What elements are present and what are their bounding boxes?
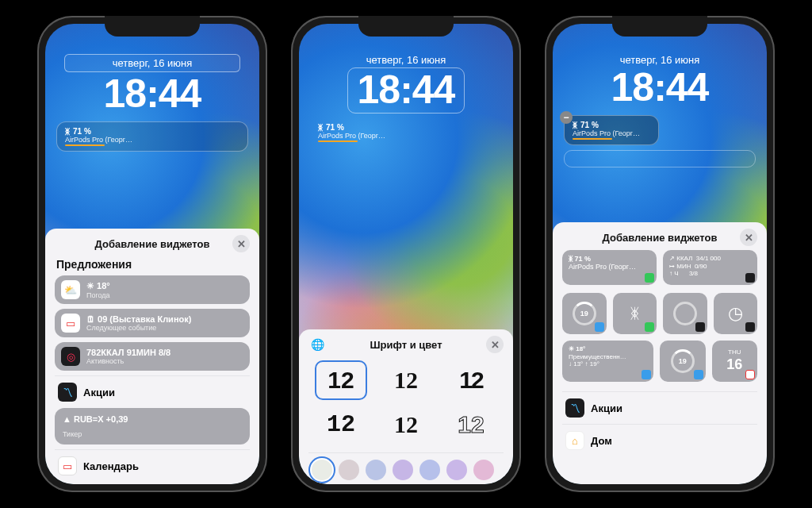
lock-header: четверг, 16 июня 18:44: [553, 24, 767, 110]
phone-2: четверг, 16 июня 18:44 ᛤ 71 % AirPods Pr…: [291, 16, 521, 492]
color-option-4[interactable]: [393, 460, 413, 480]
stocks-section[interactable]: 〽︎ Акции: [562, 391, 757, 424]
color-option-6[interactable]: [446, 460, 467, 480]
widget-tile-activity-ring[interactable]: [663, 293, 707, 334]
suggestion-subtitle: Следующее событие: [86, 324, 191, 332]
font-option-4[interactable]: 12: [315, 405, 367, 444]
battery-device: AirPods Pro (Георг…: [573, 129, 650, 137]
lock-header: четверг, 16 июня 18:44: [299, 24, 513, 114]
widget-row-1: ᛤ 71 % AirPods Pro (Георг… ↗ ККАЛ 34/1 0…: [562, 250, 757, 285]
suggestion-title: ☀︎ 18°: [86, 281, 110, 291]
battery-widget-slot: ᛤ 71 % AirPods Pro (Георг…: [310, 118, 502, 147]
widget-tile-clock[interactable]: ◷: [714, 293, 758, 334]
widget-tile-battery[interactable]: ᛤ 71 % AirPods Pro (Георг…: [562, 250, 657, 285]
font-option-6[interactable]: 12: [445, 405, 497, 444]
phone-3: четверг, 16 июня 18:44 − ᛤ 71 % AirPods …: [545, 16, 775, 492]
lock-header: четверг, 16 июня 18:44: [45, 24, 259, 117]
badge-calendar-icon: [745, 370, 755, 379]
airpods-icon: ᛤ: [318, 123, 323, 132]
remove-widget-icon[interactable]: −: [560, 111, 573, 124]
calendar-app-icon: ▭: [58, 456, 77, 475]
battery-device: AirPods Pro (Георг…: [65, 136, 239, 144]
badge-clock-icon: [745, 322, 755, 332]
color-option-5[interactable]: [419, 460, 440, 480]
battery-device: AirPods Pro (Георг…: [318, 132, 494, 140]
sheet-title: Шрифт и цвет: [370, 339, 442, 351]
suggestion-weather[interactable]: ⛅ ☀︎ 18° Погода: [55, 275, 250, 304]
battery-bar: [318, 140, 358, 142]
battery-percent: 71 %: [73, 127, 91, 136]
battery-widget-slot[interactable]: ᛤ 71 % AirPods Pro (Георг…: [56, 121, 248, 152]
color-option-2[interactable]: [339, 460, 359, 480]
suggestion-title: 🗓 09 (Выставка Клинок): [86, 314, 191, 324]
stocks-label: Акции: [591, 402, 622, 414]
widget-tile-fitness[interactable]: ↗ ККАЛ 34/1 000 ↦ МИН 0/90 ↑ Ч 3/8: [663, 250, 757, 285]
badge-weather-icon: [642, 370, 651, 379]
widget-tile-weather-ring[interactable]: 19: [562, 293, 607, 334]
font-option-5[interactable]: 12: [380, 405, 432, 444]
close-icon[interactable]: ✕: [232, 235, 250, 252]
lock-time: 18:44: [358, 67, 455, 113]
add-widgets-sheet: Добавление виджетов ✕ Предложения ⛅ ☀︎ 1…: [45, 229, 259, 484]
badge-battery-icon: [645, 322, 654, 332]
calendar-label: Календарь: [83, 460, 139, 472]
font-option-3[interactable]: 12: [445, 360, 497, 400]
lock-time[interactable]: 18:44: [45, 71, 259, 117]
notch: [612, 16, 707, 37]
home-icon: ⌂: [565, 431, 584, 450]
battery-bar: [65, 144, 105, 146]
widget-row-3: ☀︎ 18° Преимущественн… ↓ 13° ↑ 19° 19 TH…: [562, 341, 757, 382]
calendar-section[interactable]: ▭ Календарь: [55, 449, 250, 482]
airpods-icon: ᛤ: [65, 127, 70, 136]
suggestion-calendar[interactable]: ▭ 🗓 09 (Выставка Клинок) Следующее событ…: [55, 309, 250, 337]
globe-icon[interactable]: 🌐: [308, 336, 326, 353]
close-icon[interactable]: ✕: [486, 336, 504, 353]
stock-ticker-card[interactable]: ▲ RUB=X +0,39 Тикер: [55, 408, 250, 444]
activity-icon: ◎: [61, 347, 80, 366]
color-row: [308, 452, 504, 482]
lock-time-box[interactable]: 18:44: [347, 67, 465, 114]
badge-activity-icon: [745, 273, 755, 283]
stock-ticker-sub: Тикер: [63, 430, 82, 438]
font-option-2[interactable]: 12: [380, 360, 432, 400]
battery-percent: 71 %: [580, 121, 599, 129]
home-section[interactable]: ⌂ Дом: [562, 424, 757, 456]
close-icon[interactable]: ✕: [740, 229, 757, 246]
screen: четверг, 16 июня 18:44 − ᛤ 71 % AirPods …: [553, 24, 767, 484]
battery-widget-selected[interactable]: − ᛤ 71 % AirPods Pro (Георг…: [564, 115, 659, 145]
stocks-section[interactable]: 〽︎ Акции: [55, 375, 250, 408]
widget-tile-airpods[interactable]: ᛤ: [613, 293, 657, 334]
badge-battery-icon: [645, 273, 654, 283]
calendar-icon: ▭: [61, 314, 80, 333]
widget-tile-weather-ring-2[interactable]: 19: [660, 341, 706, 382]
color-option-1[interactable]: [312, 460, 332, 480]
suggestion-subtitle: Погода: [86, 291, 110, 299]
color-option-3[interactable]: [366, 460, 386, 480]
airpods-icon: ᛤ: [630, 306, 639, 322]
widget-tile-weather-wide[interactable]: ☀︎ 18° Преимущественн… ↓ 13° ↑ 19°: [562, 341, 653, 382]
widget-row-2: 19 ᛤ ◷: [562, 293, 757, 334]
badge-activity-icon: [695, 322, 705, 332]
stocks-icon: 〽︎: [565, 398, 584, 418]
lock-date[interactable]: четверг, 16 июня: [64, 54, 240, 72]
airpods-icon: ᛤ: [573, 121, 577, 129]
battery-bar: [573, 138, 612, 140]
sheet-title: Добавление виджетов: [95, 238, 210, 250]
lock-date: четверг, 16 июня: [299, 54, 513, 66]
sheet-title: Добавление виджетов: [603, 232, 718, 244]
battery-percent: 71 %: [326, 123, 344, 132]
stocks-icon: 〽︎: [58, 383, 77, 402]
add-widgets-sheet: Добавление виджетов ✕ ᛤ 71 % AirPods Pro…: [553, 222, 767, 484]
suggestion-activity[interactable]: ◎ 782ККАЛ 91МИН 8/8 Активность: [55, 342, 250, 371]
notch: [358, 16, 454, 37]
font-option-1[interactable]: 12: [315, 360, 367, 400]
badge-weather-icon: [694, 370, 703, 379]
empty-widget-slot[interactable]: [564, 150, 756, 167]
lock-time: 18:44: [553, 64, 767, 110]
widget-tile-calendar-day[interactable]: THU 16: [712, 341, 758, 382]
badge-weather-icon: [595, 322, 604, 332]
font-color-sheet: 🌐 Шрифт и цвет ✕ 12 12 12 12 12 12: [299, 329, 513, 484]
color-option-7[interactable]: [473, 460, 494, 480]
suggestion-subtitle: Активность: [86, 357, 170, 365]
home-label: Дом: [591, 435, 612, 447]
